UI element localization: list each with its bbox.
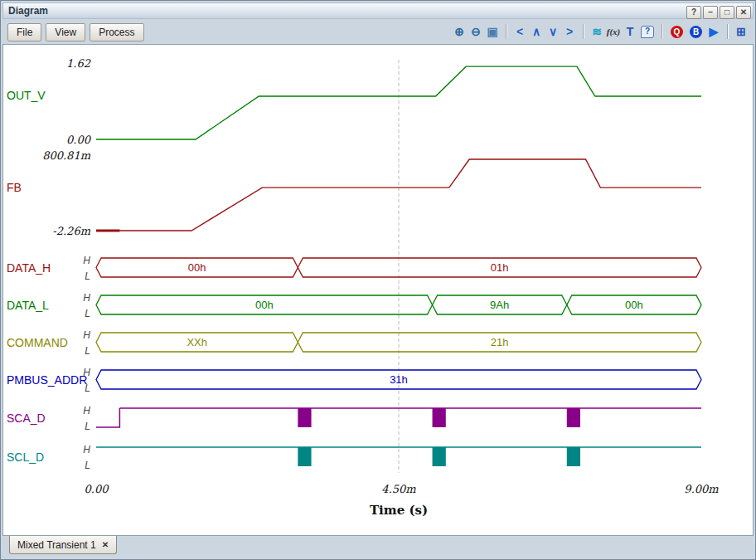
toolbar-separator: [506, 24, 506, 39]
level-high-label: H: [83, 444, 90, 455]
x-tick-label: 9.00m: [684, 483, 719, 495]
tab-mixed-transient-1[interactable]: Mixed Transient 1 ✕: [9, 536, 117, 554]
signal-label-PMBUS_ADDR[interactable]: PMBUS_ADDR: [7, 373, 87, 387]
close-button[interactable]: ✕: [736, 6, 751, 19]
bus-value-DATA_L: 00h: [625, 299, 643, 311]
scroll-right-icon[interactable]: >: [562, 24, 577, 39]
menubar: FileViewProcess ⊕⊖▣<∧∨>≋f(x)T?QB▶⊞: [2, 19, 754, 44]
signal-label-FB[interactable]: FB: [7, 181, 22, 194]
level-high-label: H: [83, 255, 90, 266]
window-title: Diagram: [8, 5, 685, 17]
bus-value-DATA_L: 00h: [255, 299, 274, 311]
scroll-up-icon[interactable]: ∧: [529, 24, 544, 39]
signal-label-SCA_D[interactable]: SCA_D: [7, 411, 46, 425]
toolbar: ⊕⊖▣<∧∨>≋f(x)T?QB▶⊞: [452, 24, 749, 39]
help-button[interactable]: ?: [686, 6, 701, 19]
x-axis-title: Time (s): [370, 503, 428, 518]
level-high-label: H: [83, 292, 90, 304]
bit-burst-SCA_D: [433, 408, 446, 427]
zoom-area-icon[interactable]: ▣: [485, 24, 500, 39]
level-low-label: L: [85, 460, 90, 471]
bit-burst-SCA_D: [298, 408, 311, 427]
tab-label: Mixed Transient 1: [17, 539, 96, 551]
bus-value-COMMAND: 21h: [491, 336, 509, 348]
bus-value-COMMAND: XXh: [187, 336, 207, 348]
probe-blue-icon[interactable]: B: [690, 26, 702, 38]
add-curve-icon[interactable]: ≋: [589, 24, 604, 39]
level-high-label: H: [83, 329, 90, 341]
plot-content: 1.620.00OUT_V800.81m-2.26mFB00h01hDATA_H…: [2, 44, 754, 536]
toolbar-separator: [662, 24, 662, 39]
minimize-button[interactable]: –: [703, 6, 718, 19]
level-low-label: L: [85, 308, 90, 319]
toolbar-separator: [583, 24, 584, 39]
run-icon[interactable]: ▶: [706, 24, 721, 39]
y-min-label-FB: -2.26m: [52, 225, 90, 237]
y-max-label-FB: 800.81m: [42, 149, 90, 162]
diagram-window: Diagram ?–□✕ FileViewProcess ⊕⊖▣<∧∨>≋f(x…: [0, 0, 756, 560]
text-annotation-icon[interactable]: T: [623, 24, 637, 39]
window-controls: ?–□✕: [685, 3, 751, 19]
tabbar: Mixed Transient 1 ✕: [2, 536, 754, 558]
menu-buttons: FileViewProcess: [7, 24, 148, 39]
bit-burst-SCL_D: [567, 447, 580, 466]
caption-icon[interactable]: ?: [641, 26, 654, 38]
signal-label-OUT_V[interactable]: OUT_V: [7, 89, 46, 102]
level-low-label: L: [85, 345, 90, 357]
level-low-label: L: [85, 270, 90, 282]
bit-lead-SCA_D: [96, 408, 119, 427]
bus-value-PMBUS_ADDR: 31h: [390, 373, 408, 386]
signal-label-DATA_H[interactable]: DATA_H: [7, 261, 51, 275]
restore-button[interactable]: □: [720, 6, 734, 19]
titlebar[interactable]: Diagram ?–□✕: [2, 2, 754, 19]
signal-label-COMMAND[interactable]: COMMAND: [7, 336, 68, 349]
bit-burst-SCL_D: [433, 447, 446, 466]
new-window-icon[interactable]: ⊞: [734, 24, 749, 39]
level-low-label: L: [85, 421, 90, 432]
zoom-in-icon[interactable]: ⊕: [452, 24, 467, 39]
waveform-canvas[interactable]: 1.620.00OUT_V800.81m-2.26mFB00h01hDATA_H…: [3, 45, 754, 536]
scroll-down-icon[interactable]: ∨: [545, 24, 560, 39]
bus-value-DATA_H: 00h: [188, 261, 206, 274]
y-min-label-OUT_V: 0.00: [66, 134, 92, 146]
signal-label-SCL_D[interactable]: SCL_D: [7, 450, 44, 464]
x-tick-label: 0.00: [85, 483, 110, 495]
tab-close-icon[interactable]: ✕: [102, 540, 109, 549]
signal-label-DATA_L[interactable]: DATA_L: [7, 299, 49, 312]
y-max-label-OUT_V: 1.62: [66, 57, 91, 70]
bus-value-DATA_H: 01h: [491, 261, 509, 274]
bit-burst-SCA_D: [567, 408, 580, 427]
probe-red-icon[interactable]: Q: [671, 26, 683, 38]
zoom-out-icon[interactable]: ⊖: [468, 24, 483, 39]
toolbar-separator: [727, 24, 728, 39]
x-tick-label: 4.50m: [381, 483, 416, 495]
scroll-left-icon[interactable]: <: [512, 24, 527, 39]
bus-value-DATA_L: 9Ah: [490, 299, 509, 311]
bit-burst-SCL_D: [298, 447, 311, 466]
menu-process[interactable]: Process: [90, 23, 143, 41]
define-curve-icon[interactable]: f(x): [606, 24, 621, 39]
menu-file[interactable]: File: [7, 23, 41, 41]
level-high-label: H: [83, 367, 90, 378]
level-low-label: L: [85, 382, 90, 394]
menu-view[interactable]: View: [46, 23, 85, 41]
level-high-label: H: [83, 405, 90, 416]
